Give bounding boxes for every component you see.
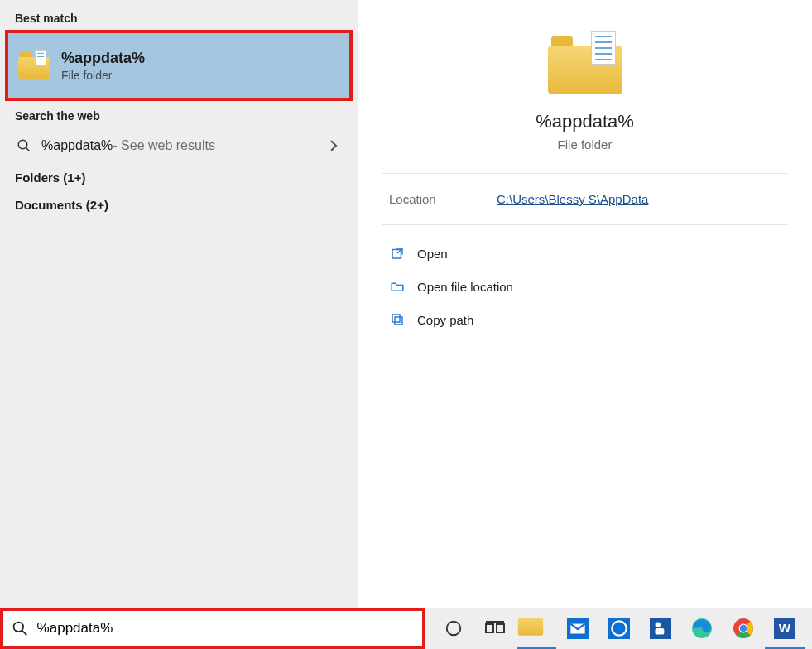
svg-point-16 (656, 622, 661, 627)
taskbar: W (425, 608, 812, 649)
svg-line-7 (22, 631, 27, 636)
svg-rect-9 (486, 624, 493, 632)
chevron-right-icon (329, 139, 343, 152)
action-open-location-label: Open file location (417, 280, 513, 294)
svg-rect-10 (497, 624, 504, 632)
location-row: Location C:\Users\Blessy S\AppData (358, 174, 812, 224)
word-taskbar-icon[interactable]: W (765, 608, 805, 649)
search-bar-container (0, 608, 425, 649)
folder-icon (18, 52, 50, 79)
category-documents[interactable]: Documents (2+) (0, 191, 358, 219)
best-match-title: %appdata% (61, 50, 145, 67)
svg-point-6 (14, 623, 24, 632)
preview-title: %appdata% (536, 111, 634, 132)
file-explorer-taskbar-icon[interactable] (517, 608, 556, 649)
search-bar[interactable] (3, 611, 422, 646)
web-search-hint: - See web results (113, 138, 215, 153)
svg-text:W: W (779, 621, 791, 635)
teams-taskbar-icon[interactable] (641, 608, 680, 649)
svg-rect-5 (392, 315, 400, 322)
preview-pane: %appdata% File folder Location C:\Users\… (358, 0, 812, 608)
action-copy-path-label: Copy path (417, 313, 473, 327)
location-link[interactable]: C:\Users\Blessy S\AppData (497, 192, 648, 206)
mail-taskbar-icon[interactable] (558, 608, 598, 649)
search-web-label: Search the web (0, 106, 358, 127)
best-match-label: Best match (0, 8, 358, 30)
dell-taskbar-icon[interactable] (599, 608, 639, 649)
category-folders[interactable]: Folders (1+) (0, 164, 358, 191)
chrome-taskbar-icon[interactable] (723, 608, 763, 649)
preview-hero: %appdata% File folder (358, 0, 812, 173)
location-label: Location (389, 192, 497, 206)
task-view-button[interactable] (475, 608, 515, 649)
svg-point-23 (740, 625, 747, 632)
folder-icon (548, 33, 622, 94)
web-search-row[interactable]: %appdata% - See web results (0, 127, 358, 164)
folder-open-icon (389, 278, 406, 295)
search-icon (15, 137, 33, 155)
svg-rect-17 (656, 628, 665, 635)
edge-taskbar-icon[interactable] (682, 608, 722, 649)
action-open-label: Open (417, 247, 448, 261)
svg-rect-4 (395, 317, 402, 324)
preview-subtitle: File folder (558, 137, 613, 151)
action-open-location[interactable]: Open file location (382, 270, 787, 303)
action-open[interactable]: Open (382, 237, 787, 270)
svg-point-8 (447, 622, 461, 636)
best-match-text: %appdata% File folder (61, 50, 145, 82)
svg-point-0 (18, 140, 27, 149)
open-icon (389, 245, 406, 262)
best-match-subtitle: File folder (61, 69, 145, 82)
copy-icon (389, 311, 406, 328)
web-search-query: %appdata% (41, 138, 113, 153)
best-match-result[interactable]: %appdata% File folder (5, 30, 353, 101)
search-results-pane: Best match %appdata% File folder Search … (0, 0, 358, 608)
action-copy-path[interactable]: Copy path (382, 303, 787, 336)
search-icon (12, 619, 29, 637)
cortana-button[interactable] (434, 608, 473, 649)
search-input[interactable] (37, 620, 414, 637)
svg-line-1 (26, 147, 30, 151)
actions-list: Open Open file location Copy path (358, 225, 812, 348)
